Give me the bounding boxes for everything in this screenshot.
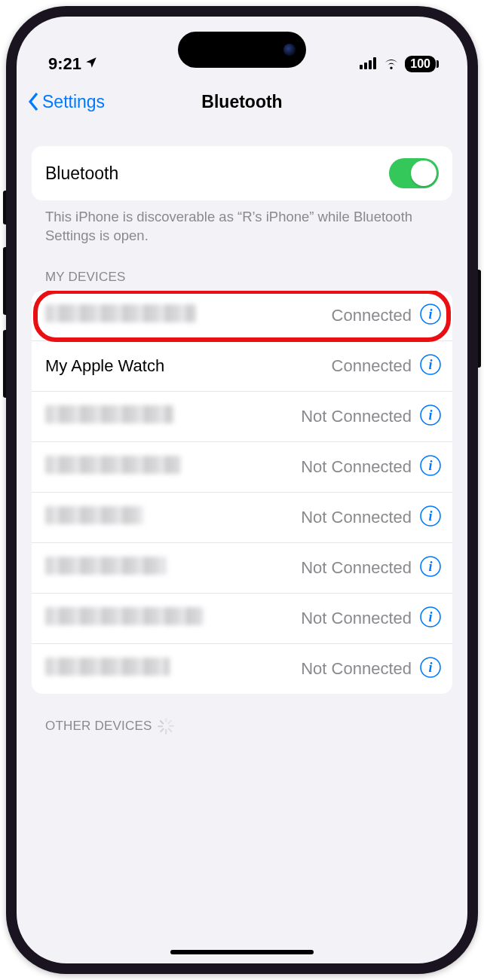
svg-rect-0 (360, 65, 363, 69)
device-row[interactable]: Connectedi (32, 291, 452, 341)
svg-text:i: i (428, 609, 432, 624)
spinner-icon (158, 718, 174, 734)
device-name (45, 557, 301, 579)
redacted-name (45, 658, 170, 676)
redacted-name (45, 456, 181, 474)
info-icon[interactable]: i (419, 606, 442, 631)
bluetooth-toggle-label: Bluetooth (45, 163, 118, 184)
device-name (45, 456, 301, 478)
bluetooth-toggle-row: Bluetooth (32, 146, 452, 200)
svg-text:i: i (428, 458, 432, 473)
other-devices-label: OTHER DEVICES (45, 719, 152, 734)
nav-bar: Settings Bluetooth (17, 78, 467, 125)
svg-text:i: i (428, 660, 432, 675)
home-indicator[interactable] (170, 950, 314, 954)
device-name (45, 506, 301, 529)
device-status: Connected (332, 356, 412, 376)
redacted-name (45, 506, 143, 524)
svg-text:i: i (428, 408, 432, 423)
svg-text:i: i (428, 357, 432, 372)
svg-rect-1 (364, 63, 367, 69)
redacted-name (45, 557, 166, 575)
wifi-icon (382, 54, 400, 74)
device-status: Connected (332, 306, 412, 325)
discoverable-hint: This iPhone is discoverable as “R’s iPho… (32, 200, 452, 246)
camera-dot (283, 44, 296, 56)
bluetooth-toggle[interactable] (389, 158, 439, 188)
battery-level: 100 (410, 57, 430, 71)
redacted-name (45, 304, 196, 322)
svg-text:i: i (428, 559, 432, 574)
my-devices-header: MY DEVICES (32, 246, 452, 291)
back-button[interactable]: Settings (27, 91, 105, 112)
svg-rect-2 (369, 60, 372, 69)
redacted-name (45, 405, 173, 423)
device-name: My Apple Watch (45, 356, 332, 376)
info-icon[interactable]: i (419, 656, 442, 682)
device-row[interactable]: Not Connectedi (32, 644, 452, 694)
info-icon[interactable]: i (419, 454, 442, 480)
device-status: Not Connected (301, 508, 412, 527)
device-row[interactable]: Not Connectedi (32, 543, 452, 594)
battery-indicator: 100 (405, 56, 436, 72)
svg-text:i: i (428, 508, 432, 524)
location-icon (84, 54, 98, 74)
info-icon[interactable]: i (419, 555, 442, 581)
dynamic-island (178, 32, 306, 68)
svg-rect-3 (373, 57, 376, 69)
device-name (45, 405, 301, 428)
device-name (45, 607, 301, 630)
device-row[interactable]: Not Connectedi (32, 594, 452, 644)
my-devices-list: ConnectediMy Apple WatchConnectediNot Co… (32, 291, 452, 694)
device-row[interactable]: Not Connectedi (32, 493, 452, 543)
info-icon[interactable]: i (419, 303, 442, 328)
bluetooth-toggle-card: Bluetooth (32, 146, 452, 200)
redacted-name (45, 607, 204, 625)
device-row[interactable]: Not Connectedi (32, 442, 452, 493)
device-status: Not Connected (301, 558, 412, 578)
info-icon[interactable]: i (419, 353, 442, 379)
screen: 9:21 100 Settings Bluetooth (17, 17, 467, 963)
device-name (45, 658, 301, 680)
info-icon[interactable]: i (419, 404, 442, 429)
other-devices-header: OTHER DEVICES (32, 694, 452, 740)
svg-text:i: i (428, 307, 432, 322)
device-row[interactable]: Not Connectedi (32, 392, 452, 442)
device-status: Not Connected (301, 457, 412, 477)
device-status: Not Connected (301, 659, 412, 679)
back-label: Settings (42, 92, 105, 112)
status-time: 9:21 (48, 54, 81, 74)
phone-frame: 9:21 100 Settings Bluetooth (6, 6, 478, 974)
cellular-signal-icon (360, 54, 378, 74)
device-name (45, 304, 332, 327)
device-row[interactable]: My Apple WatchConnectedi (32, 341, 452, 392)
info-icon[interactable]: i (419, 505, 442, 530)
device-status: Not Connected (301, 407, 412, 426)
device-status: Not Connected (301, 609, 412, 628)
